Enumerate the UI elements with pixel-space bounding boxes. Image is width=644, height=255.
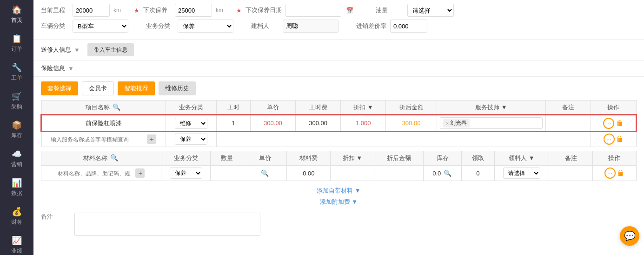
material-add-row: + 保养 🔍 0.00 0.0 bbox=[41, 166, 637, 181]
material-add-plus-btn[interactable]: + bbox=[135, 168, 145, 178]
inventory-icon: 📦 bbox=[12, 120, 22, 130]
package-select-btn[interactable]: 套餐选择 bbox=[41, 81, 78, 95]
purchase-icon: 🛒 bbox=[12, 91, 22, 101]
col-mat-discount: 折扣 ▼ bbox=[331, 151, 374, 166]
margin-rate-input[interactable] bbox=[390, 20, 427, 33]
cell-labor-fee: 300.00 bbox=[296, 115, 341, 131]
material-add-unitprice: 🔍 bbox=[243, 166, 287, 181]
cell-service-name: 前保险杠喷漆 bbox=[41, 115, 166, 131]
smart-recommend-btn[interactable]: 智能推荐 bbox=[118, 81, 155, 95]
service-add-biz-select[interactable]: 保养 bbox=[175, 134, 207, 145]
vehicle-type-label: 车辆分类 bbox=[41, 22, 69, 30]
repair-history-btn[interactable]: 维修历史 bbox=[159, 81, 196, 95]
service-add-empty bbox=[217, 131, 591, 147]
cell-actions: ··· 🗑 bbox=[591, 115, 636, 131]
sidebar-item-workorder[interactable]: 🔧 工单 bbox=[0, 58, 33, 87]
material-receiver-select[interactable]: 请选择 bbox=[503, 168, 540, 179]
insurance-info-section[interactable]: 保险信息 ▼ bbox=[33, 60, 644, 77]
delete-row-icon[interactable]: 🗑 bbox=[616, 119, 624, 127]
margin-rate-label: 进销差价率 bbox=[356, 22, 386, 30]
sidebar-item-purchase[interactable]: 🛒 采购 bbox=[0, 87, 33, 115]
member-card-btn[interactable]: 会员卡 bbox=[82, 81, 114, 95]
col-material-fee: 材料费 bbox=[287, 151, 331, 166]
material-add-discounted bbox=[374, 166, 424, 181]
material-add-delete-icon[interactable]: 🗑 bbox=[617, 169, 624, 177]
material-stock-search-icon[interactable]: 🔍 bbox=[443, 169, 452, 177]
sidebar-item-data[interactable]: 📊 数据 bbox=[0, 173, 33, 202]
next-service-input[interactable] bbox=[175, 4, 212, 17]
form-row-2: 车辆分类 B型车 业务分类 保养 建档人 进销差价率 bbox=[41, 20, 637, 33]
home-icon: 🏠 bbox=[12, 5, 22, 15]
mileage-unit: km bbox=[113, 7, 121, 13]
insurance-info-label: 保险信息 bbox=[41, 64, 65, 73]
sidebar-item-order[interactable]: 📋 订单 bbox=[0, 29, 33, 58]
sender-info-section[interactable]: 送修人信息 ▼ 带入车主信息 bbox=[33, 40, 644, 60]
main-content: 当前里程 km ★ 下次保养 km ★ 下次保养日期 📅 油量 请选择 车辆分类… bbox=[33, 0, 644, 255]
receiver-filter-icon: ▼ bbox=[529, 154, 535, 161]
col-hours: 工时 bbox=[217, 101, 251, 115]
oil-label: 油量 bbox=[376, 6, 404, 14]
add-material-link[interactable]: 添加自带材料 ▼ bbox=[317, 187, 360, 194]
service-biz-type-select[interactable]: 维修 bbox=[175, 118, 207, 129]
material-add-more-icon[interactable]: ··· bbox=[604, 168, 616, 179]
next-service-date-label: 下次保养日期 bbox=[246, 6, 282, 14]
add-links: 添加自带材料 ▼ bbox=[33, 185, 644, 197]
material-table-header: 材料名称 🔍 业务分类 数量 单价 材料费 折扣 ▼ 折后金额 库存 领取 领料… bbox=[41, 151, 637, 166]
current-mileage-label: 当前里程 bbox=[41, 6, 69, 14]
service-name-search-icon[interactable]: 🔍 bbox=[112, 103, 121, 111]
vehicle-type-select[interactable]: B型车 bbox=[73, 20, 128, 33]
material-price-search-icon[interactable]: 🔍 bbox=[260, 169, 270, 177]
service-add-plus-btn[interactable]: + bbox=[147, 134, 156, 144]
col-mat-unit-price: 单价 bbox=[243, 151, 287, 166]
add-fee-link-wrap: 添加附加费 ▼ bbox=[33, 197, 644, 209]
discount-filter-icon: ▼ bbox=[367, 104, 373, 111]
service-add-input[interactable] bbox=[51, 136, 144, 143]
current-mileage-input[interactable] bbox=[73, 4, 110, 17]
next-service-date-input[interactable] bbox=[285, 4, 341, 17]
cell-technician: × 刘光春 bbox=[437, 115, 545, 131]
material-add-biz-select[interactable]: 保养 bbox=[170, 168, 202, 179]
business-type-select[interactable]: 保养 bbox=[178, 20, 233, 33]
material-name-search-icon[interactable]: 🔍 bbox=[109, 154, 119, 161]
technician-filter-icon: ▼ bbox=[501, 104, 507, 111]
sidebar-item-home[interactable]: 🏠 首页 bbox=[0, 0, 33, 29]
material-add-input[interactable] bbox=[58, 170, 132, 177]
mat-discount-filter-icon: ▼ bbox=[356, 154, 362, 161]
service-table-wrap: 项目名称 🔍 业务分类 工时 单价 工时费 折扣 ▼ 折后金额 服务技师 ▼ 备… bbox=[33, 100, 644, 147]
notes-textarea[interactable] bbox=[74, 213, 260, 236]
support-btn[interactable]: 💬 bbox=[620, 226, 639, 246]
col-actions: 操作 bbox=[591, 101, 636, 115]
more-action-icon[interactable]: ··· bbox=[603, 118, 614, 129]
col-business-type: 业务分类 bbox=[166, 101, 216, 115]
cell-notes bbox=[546, 115, 591, 131]
sidebar-item-finance[interactable]: 💰 财务 bbox=[0, 202, 33, 231]
sender-arrow-icon: ▼ bbox=[74, 47, 80, 54]
finance-icon: 💰 bbox=[12, 207, 22, 217]
next-service-unit: km bbox=[216, 7, 223, 13]
col-discounted-price: 折后金额 bbox=[386, 101, 437, 115]
technician-tag-input[interactable]: × 刘光春 bbox=[440, 117, 543, 129]
notes-label: 备注 bbox=[41, 213, 69, 221]
bring-owner-btn[interactable]: 带入车主信息 bbox=[87, 43, 134, 56]
service-add-actions: ··· 🗑 bbox=[591, 131, 636, 147]
oil-select[interactable]: 请选择 bbox=[407, 4, 454, 17]
material-table-wrap: 材料名称 🔍 业务分类 数量 单价 材料费 折扣 ▼ 折后金额 库存 领取 领料… bbox=[33, 151, 644, 181]
col-mat-discounted-price: 折后金额 bbox=[374, 151, 424, 166]
sidebar: 🏠 首页 📋 订单 🔧 工单 🛒 采购 📦 库存 ☁️ 营销 📊 数据 💰 财务… bbox=[0, 0, 33, 255]
sidebar-item-marketing[interactable]: ☁️ 营销 bbox=[0, 144, 33, 173]
cell-hours: 1 bbox=[217, 115, 251, 131]
sidebar-item-performance[interactable]: 📈 业绩 bbox=[0, 231, 33, 255]
technician-tag-close[interactable]: × bbox=[446, 121, 449, 126]
material-add-biz-cell: 保养 bbox=[161, 166, 211, 181]
add-fee-link[interactable]: 添加附加费 ▼ bbox=[320, 198, 358, 205]
col-mat-biz-type: 业务分类 bbox=[161, 151, 211, 166]
builder-input bbox=[283, 20, 339, 33]
col-unit-price: 单价 bbox=[250, 101, 295, 115]
technician-name: 刘光春 bbox=[450, 119, 467, 127]
service-add-delete-icon[interactable]: 🗑 bbox=[616, 135, 624, 143]
service-add-more-icon[interactable]: ··· bbox=[604, 134, 615, 145]
sidebar-item-inventory[interactable]: 📦 库存 bbox=[0, 115, 33, 144]
service-table-header: 项目名称 🔍 业务分类 工时 单价 工时费 折扣 ▼ 折后金额 服务技师 ▼ 备… bbox=[41, 101, 636, 115]
material-add-actions: ··· 🗑 bbox=[592, 166, 636, 181]
col-technician: 服务技师 ▼ bbox=[437, 101, 545, 115]
